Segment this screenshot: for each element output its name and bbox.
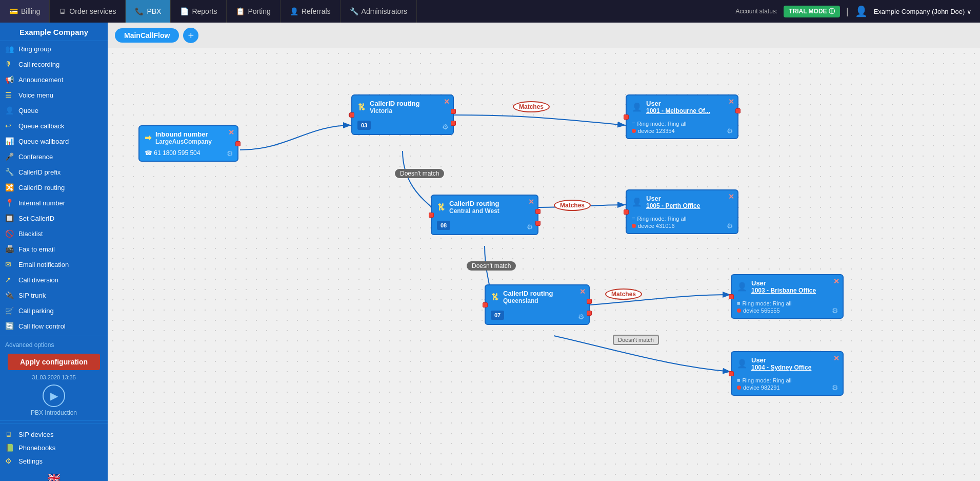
user-1001-icon: 👤 bbox=[632, 102, 642, 112]
sidebar-item-phonebooks[interactable]: 📗 Phonebooks bbox=[5, 441, 103, 454]
add-node-button[interactable]: + bbox=[183, 28, 198, 43]
user-1005-close[interactable]: ✕ bbox=[728, 193, 734, 201]
user-1004-gear[interactable]: ⚙ bbox=[832, 383, 838, 392]
user-1001-node[interactable]: 👤 User 1001 - Melbourne Of... ✕ ≡ Ring m… bbox=[626, 94, 738, 139]
tab-porting[interactable]: 📋 Porting bbox=[227, 0, 280, 23]
sidebar-item-sip-trunk[interactable]: 🔌 SIP trunk bbox=[0, 287, 108, 303]
tab-reports[interactable]: 📄 Reports bbox=[171, 0, 227, 23]
advanced-options-label: Advanced options bbox=[0, 338, 108, 350]
callerid-vic-port-left bbox=[349, 112, 354, 118]
device-dot-3 bbox=[737, 309, 741, 313]
account-name[interactable]: Example Company (John Doe) ∨ bbox=[874, 8, 972, 15]
ring-icon-2: ≡ bbox=[632, 216, 635, 222]
user-1001-title: User bbox=[646, 100, 710, 107]
set-callerid-icon: 🔲 bbox=[5, 214, 14, 222]
user-1004-header: 👤 User 1004 - Sydney Office ✕ bbox=[732, 352, 843, 373]
sidebar-item-email-notification[interactable]: ✉ Email notification bbox=[0, 257, 108, 272]
callerid-victoria-node[interactable]: ⛕ CallerID routing Victoria ✕ 03 ⚙ bbox=[351, 94, 454, 135]
callerid-central-gear[interactable]: ⚙ bbox=[527, 223, 533, 231]
callerid-qld-close[interactable]: ✕ bbox=[579, 287, 586, 296]
call-parking-icon: 🛒 bbox=[5, 306, 14, 315]
user-1005-ring: ≡ Ring mode: Ring all bbox=[632, 216, 732, 222]
tab-billing[interactable]: 💳 Billing bbox=[0, 0, 50, 23]
sidebar-item-set-callerid[interactable]: 🔲 Set CallerID bbox=[0, 210, 108, 226]
inbound-close-icon[interactable]: ✕ bbox=[228, 128, 234, 137]
callerid-central-body: 08 bbox=[432, 217, 537, 234]
queue-wallboard-icon: 📊 bbox=[5, 137, 14, 145]
email-notification-icon: ✉ bbox=[5, 260, 14, 268]
callerid-vic-port-right-top bbox=[451, 109, 456, 114]
sidebar-item-blacklist[interactable]: 🚫 Blacklist bbox=[0, 226, 108, 241]
callerid-victoria-body: 03 bbox=[352, 117, 453, 134]
user-1001-close[interactable]: ✕ bbox=[728, 98, 734, 106]
flow-canvas[interactable]: ➡ Inbound number LargeAusCompany ✕ ☎ 61 … bbox=[108, 48, 980, 481]
voice-menu-icon: ☰ bbox=[5, 91, 14, 99]
main-layout: Example Company 👥 Ring group 🎙 Call reco… bbox=[0, 23, 980, 481]
pbx-intro-label: PBX Introduction bbox=[0, 409, 108, 416]
callerid-prefix-icon: 🔧 bbox=[5, 168, 14, 176]
language-flag[interactable]: 🇬🇧 bbox=[5, 468, 103, 481]
sidebar-item-settings[interactable]: ⚙ Settings bbox=[5, 454, 103, 468]
sidebar-item-internal-number[interactable]: 📍 Internal number bbox=[0, 195, 108, 210]
callerid-central-port-left bbox=[429, 213, 434, 218]
user-1005-gear[interactable]: ⚙ bbox=[727, 222, 733, 230]
user-1003-close[interactable]: ✕ bbox=[833, 277, 839, 285]
callerid-qld-port-right-bot bbox=[587, 311, 592, 316]
user-1001-gear[interactable]: ⚙ bbox=[727, 127, 733, 135]
user-1004-close[interactable]: ✕ bbox=[833, 354, 839, 362]
user-1003-gear[interactable]: ⚙ bbox=[832, 306, 838, 315]
tab-order-services[interactable]: 🖥 Order services bbox=[50, 0, 126, 23]
sidebar-item-call-parking[interactable]: 🛒 Call parking bbox=[0, 303, 108, 318]
trial-badge[interactable]: TRIAL MODE ⓘ bbox=[784, 6, 840, 17]
user-1005-node[interactable]: 👤 User 1005 - Perth Office ✕ ≡ Ring mode… bbox=[626, 189, 738, 234]
user-1001-body: ≡ Ring mode: Ring all device 123354 bbox=[627, 117, 737, 138]
sidebar-item-call-recording[interactable]: 🎙 Call recording bbox=[0, 56, 108, 72]
user-1004-port-left bbox=[729, 371, 734, 376]
sidebar-item-voice-menu[interactable]: ☰ Voice menu bbox=[0, 87, 108, 103]
apply-config-button[interactable]: Apply configuration bbox=[8, 354, 100, 370]
callerid-central-node[interactable]: ⛕ CallerID routing Central and West ✕ 08… bbox=[431, 195, 538, 235]
sidebar-footer: 🖥 SIP devices 📗 Phonebooks ⚙ Settings 🇬🇧 bbox=[0, 423, 108, 481]
sidebar-item-sip-devices[interactable]: 🖥 SIP devices bbox=[5, 428, 103, 441]
tab-referrals[interactable]: 👤 Referrals bbox=[281, 0, 341, 23]
phonebooks-icon: 📗 bbox=[5, 444, 14, 452]
user-1003-device: device 565555 bbox=[737, 307, 837, 314]
sidebar-item-callerid-routing[interactable]: 🔀 CallerID routing bbox=[0, 180, 108, 195]
sidebar-item-announcement[interactable]: 📢 Announcement bbox=[0, 72, 108, 87]
callerid-qld-gear[interactable]: ⚙ bbox=[578, 313, 585, 321]
sidebar-item-callerid-prefix[interactable]: 🔧 CallerID prefix bbox=[0, 164, 108, 180]
user-1005-port-left bbox=[624, 209, 629, 215]
tab-pbx[interactable]: 📞 PBX bbox=[126, 0, 171, 23]
sidebar-item-ring-group[interactable]: 👥 Ring group bbox=[0, 41, 108, 56]
pbx-icon: 📞 bbox=[135, 7, 144, 15]
inbound-node[interactable]: ➡ Inbound number LargeAusCompany ✕ ☎ 61 … bbox=[138, 125, 238, 162]
callerid-victoria-gear[interactable]: ⚙ bbox=[442, 123, 449, 131]
user-1003-node[interactable]: 👤 User 1003 - Brisbane Office ✕ ≡ Ring m… bbox=[731, 274, 844, 319]
tab-administrators[interactable]: 🔧 Administrators bbox=[341, 0, 417, 23]
sip-devices-icon: 🖥 bbox=[5, 430, 14, 438]
sidebar-item-fax-to-email[interactable]: 📠 Fax to email bbox=[0, 241, 108, 257]
callerid-central-close[interactable]: ✕ bbox=[528, 198, 534, 206]
porting-icon: 📋 bbox=[236, 7, 245, 15]
main-call-flow-button[interactable]: MainCallFlow bbox=[115, 28, 179, 43]
callerid-victoria-close[interactable]: ✕ bbox=[444, 98, 450, 106]
sidebar-item-queue-wallboard[interactable]: 📊 Queue wallboard bbox=[0, 133, 108, 149]
settings-icon: ⚙ bbox=[5, 457, 14, 465]
sidebar-item-queue[interactable]: 👤 Queue bbox=[0, 103, 108, 118]
callerid-queensland-node[interactable]: ⛕ CallerID routing Queensland ✕ 07 ⚙ bbox=[485, 284, 590, 325]
nav-tabs: 💳 Billing 🖥 Order services 📞 PBX 📄 Repor… bbox=[0, 0, 417, 23]
callerid-icon-1: ⛕ bbox=[357, 103, 366, 112]
sidebar-item-call-diversion[interactable]: ↗ Call diversion bbox=[0, 272, 108, 287]
sidebar-item-call-flow-control[interactable]: 🔄 Call flow control bbox=[0, 318, 108, 334]
inbound-gear-icon[interactable]: ⚙ bbox=[227, 149, 233, 158]
sidebar-item-conference[interactable]: 🎤 Conference bbox=[0, 149, 108, 164]
callerid-central-port-right-top bbox=[535, 209, 541, 214]
play-button[interactable]: ▶ bbox=[43, 384, 65, 407]
reports-icon: 📄 bbox=[180, 7, 189, 15]
callerid-qld-body: 07 bbox=[486, 306, 589, 324]
sidebar-item-queue-callback[interactable]: ↩ Queue callback bbox=[0, 118, 108, 133]
callerid-icon-3: ⛕ bbox=[491, 293, 499, 302]
user-1003-ring: ≡ Ring mode: Ring all bbox=[737, 300, 837, 306]
ring-icon-3: ≡ bbox=[737, 300, 740, 306]
user-1004-node[interactable]: 👤 User 1004 - Sydney Office ✕ ≡ Ring mod… bbox=[731, 351, 844, 396]
